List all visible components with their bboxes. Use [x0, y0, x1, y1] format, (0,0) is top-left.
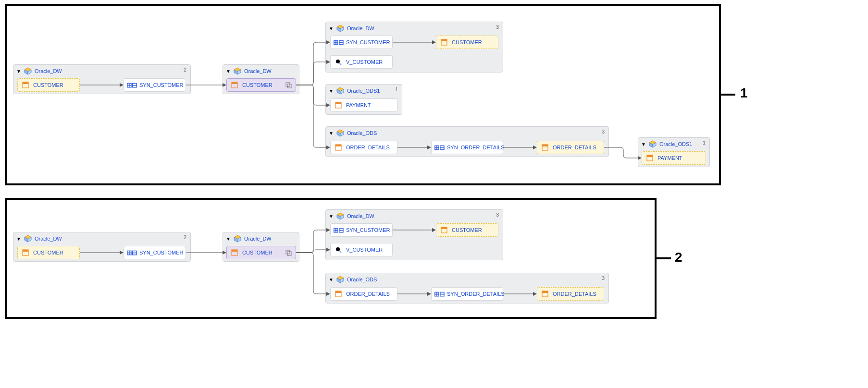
container-title: Oracle_ODS [347, 130, 377, 136]
table-icon [231, 81, 238, 89]
panel-2-label: 2 [675, 250, 682, 265]
table-icon [541, 290, 549, 298]
node-customer-mid[interactable]: CUSTOMER [226, 246, 296, 259]
node-syn-order-details[interactable]: ⊞⊟ SYN_ORDER_DETAILS [431, 141, 503, 154]
synonym-icon: ⊞⊟ [335, 226, 342, 234]
synonym-icon: ⊞⊟ [128, 249, 136, 256]
table-icon [335, 101, 342, 109]
collapse-triangle-icon[interactable]: ▼ [329, 26, 334, 31]
node-label: V_CUSTOMER [346, 247, 383, 253]
node-label: SYN_CUSTOMER [346, 39, 390, 45]
svg-rect-35 [647, 155, 653, 157]
diagram-canvas: 1 ▼ Oracle_DW 2 CUSTOMER ⊞⊟ SYN_CUSTOMER… [0, 0, 868, 388]
container-title: Oracle_DW [35, 236, 62, 242]
datasource-cube-icon [234, 235, 241, 242]
table-icon [22, 249, 29, 256]
datasource-cube-icon [336, 87, 344, 95]
datasource-cube-icon [336, 129, 344, 137]
container-badge: 3 [602, 275, 605, 281]
node-syn-customer-2[interactable]: ⊞⊟ SYN_CUSTOMER [330, 223, 393, 237]
node-label: SYN_CUSTOMER [346, 227, 390, 233]
node-label: ORDER_DETAILS [553, 291, 596, 297]
container-badge: 1 [395, 86, 398, 92]
node-syn-customer-2[interactable]: ⊞⊟ SYN_CUSTOMER [330, 36, 393, 49]
node-label: CUSTOMER [33, 250, 63, 255]
node-label: ORDER_DETAILS [346, 291, 390, 297]
node-order-details-1[interactable]: ORDER_DETAILS [330, 287, 397, 301]
table-icon [335, 144, 342, 151]
collapse-triangle-icon[interactable]: ▼ [329, 88, 334, 94]
node-customer-target[interactable]: CUSTOMER [436, 223, 498, 237]
node-order-details-1[interactable]: ORDER_DETAILS [330, 141, 397, 154]
svg-point-61 [336, 247, 340, 251]
collapse-triangle-icon[interactable]: ▼ [641, 142, 646, 147]
table-icon [335, 290, 342, 298]
container-badge: 2 [184, 67, 186, 73]
svg-line-62 [339, 251, 341, 253]
synonym-icon: ⊞⊟ [335, 38, 342, 46]
node-payment-1[interactable]: PAYMENT [330, 98, 397, 112]
table-icon [231, 249, 238, 256]
svg-point-15 [336, 60, 340, 63]
collapse-triangle-icon[interactable]: ▼ [226, 236, 231, 242]
svg-rect-10 [286, 83, 290, 86]
datasource-cube-icon [234, 67, 241, 75]
node-syn-order-details[interactable]: ⊞⊟ SYN_ORDER_DETAILS [431, 287, 503, 301]
node-label: SYN_ORDER_DETAILS [447, 145, 505, 150]
node-label: CUSTOMER [242, 82, 273, 88]
svg-rect-50 [23, 250, 28, 252]
collapse-triangle-icon[interactable]: ▼ [16, 69, 21, 74]
copy-icon [285, 82, 292, 88]
node-v-customer[interactable]: V_CUSTOMER [330, 243, 393, 256]
container-badge: 3 [496, 212, 499, 218]
collapse-triangle-icon[interactable]: ▼ [226, 69, 231, 74]
container-title: Oracle_ODS1 [347, 88, 380, 94]
node-label: CUSTOMER [33, 82, 63, 88]
datasource-cube-icon [649, 140, 657, 148]
node-syn-customer-1[interactable]: ⊞⊟ SYN_CUSTOMER [124, 78, 186, 92]
datasource-cube-icon [24, 67, 32, 75]
table-icon [440, 38, 448, 46]
node-order-details-2[interactable]: ORDER_DETAILS [537, 287, 604, 301]
svg-line-16 [339, 63, 341, 65]
node-v-customer[interactable]: V_CUSTOMER [330, 55, 393, 69]
node-customer-source[interactable]: CUSTOMER [17, 246, 80, 259]
node-label: ORDER_DETAILS [346, 145, 390, 150]
panel-1-label: 1 [740, 85, 748, 101]
collapse-triangle-icon[interactable]: ▼ [329, 277, 334, 282]
panel-2-label-dash [657, 257, 671, 259]
node-customer-source[interactable]: CUSTOMER [17, 78, 80, 92]
node-label: CUSTOMER [452, 39, 482, 45]
svg-rect-4 [23, 82, 28, 84]
container-title: Oracle_ODS [347, 277, 377, 282]
node-syn-customer-1[interactable]: ⊞⊟ SYN_CUSTOMER [124, 246, 186, 259]
svg-rect-64 [441, 227, 447, 229]
container-title: Oracle_DW [347, 25, 374, 31]
view-icon [335, 58, 342, 66]
node-payment-2[interactable]: PAYMENT [642, 151, 706, 165]
svg-rect-30 [542, 145, 548, 146]
container-badge: 1 [703, 140, 706, 146]
node-label: SYN_ORDER_DETAILS [447, 291, 505, 297]
node-customer-target[interactable]: CUSTOMER [436, 36, 498, 49]
table-icon [541, 144, 549, 151]
table-icon [440, 226, 448, 234]
collapse-triangle-icon[interactable]: ▼ [16, 236, 21, 242]
svg-rect-69 [335, 291, 341, 293]
node-label: PAYMENT [346, 102, 371, 108]
node-order-details-2[interactable]: ORDER_DETAILS [537, 141, 604, 154]
datasource-cube-icon [336, 276, 344, 283]
svg-rect-18 [441, 39, 447, 41]
copy-icon [285, 249, 292, 256]
datasource-cube-icon [336, 212, 344, 220]
collapse-triangle-icon[interactable]: ▼ [329, 214, 334, 219]
node-label: SYN_CUSTOMER [139, 82, 183, 88]
svg-rect-28 [335, 145, 341, 146]
synonym-icon: ⊞⊟ [128, 81, 136, 89]
node-label: PAYMENT [657, 155, 682, 161]
node-customer-mid[interactable]: CUSTOMER [226, 78, 296, 92]
svg-rect-11 [287, 84, 291, 88]
collapse-triangle-icon[interactable]: ▼ [329, 131, 334, 136]
container-title: Oracle_DW [35, 68, 62, 74]
svg-rect-57 [287, 252, 291, 255]
